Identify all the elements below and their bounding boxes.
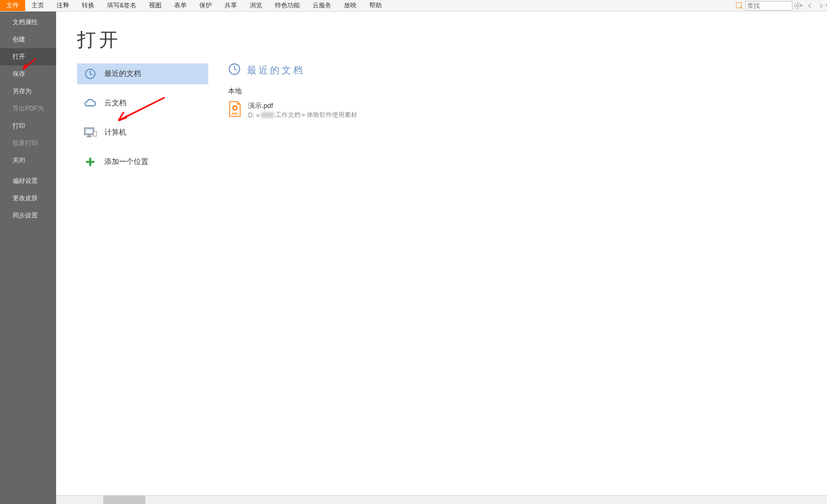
sidebar-item-save[interactable]: 保存 — [0, 65, 56, 83]
locations-column: 打开 最近的文档 云文档 — [56, 12, 208, 504]
file-sidebar: 文档属性 创建 打开 保存 另存为 导出PDF为 打印 批量打印 关闭 偏好设置… — [0, 12, 56, 504]
sidebar-item-properties[interactable]: 文档属性 — [0, 14, 56, 31]
menu-view[interactable]: 视图 — [143, 0, 168, 11]
menu-fill-sign[interactable]: 填写&签名 — [101, 0, 143, 11]
nav-forward-icon[interactable] — [817, 1, 826, 10]
sidebar-item-saveas[interactable]: 另存为 — [0, 83, 56, 100]
plus-icon — [83, 155, 97, 169]
group-label: 本地 — [228, 86, 827, 96]
horizontal-scrollbar[interactable] — [56, 495, 827, 504]
menubar: 文件 主页 注释 转换 填写&签名 视图 表单 保护 共享 浏览 特色功能 云服… — [0, 0, 827, 12]
location-recent[interactable]: 最近的文档 — [77, 63, 208, 84]
svg-rect-20 — [93, 132, 96, 136]
menu-annotate[interactable]: 注释 — [50, 0, 76, 11]
svg-rect-18 — [88, 135, 90, 136]
menu-help[interactable]: 帮助 — [363, 0, 388, 11]
sidebar-item-batchprint: 批量打印 — [0, 135, 56, 152]
location-label: 计算机 — [104, 128, 126, 137]
location-label: 最近的文档 — [104, 69, 141, 79]
menu-features[interactable]: 特色功能 — [268, 0, 306, 11]
menu-cloud[interactable]: 云服务 — [306, 0, 338, 11]
sidebar-item-open[interactable]: 打开 — [0, 48, 56, 65]
svg-line-25 — [234, 69, 237, 70]
menu-convert[interactable]: 转换 — [76, 0, 101, 11]
scrollbar-thumb[interactable] — [103, 496, 145, 504]
menu-home[interactable]: 主页 — [25, 0, 50, 11]
menu-form[interactable]: 表单 — [168, 0, 193, 11]
clock-icon — [228, 63, 241, 77]
svg-line-15 — [90, 74, 92, 75]
computer-icon — [83, 126, 97, 139]
svg-point-4 — [797, 5, 799, 7]
find-highlight-icon[interactable] — [735, 1, 744, 10]
pdf-file-icon: PDF — [228, 101, 242, 117]
nav-back-icon[interactable] — [805, 1, 814, 10]
search-input-wrapper — [745, 1, 792, 10]
location-add[interactable]: 添加一个位置 — [77, 151, 208, 172]
sidebar-item-skin[interactable]: 更改皮肤 — [0, 190, 56, 207]
svg-text:PDF: PDF — [232, 112, 238, 115]
menubar-left: 文件 主页 注释 转换 填写&签名 视图 表单 保护 共享 浏览 特色功能 云服… — [0, 0, 388, 11]
file-name: 演示.pdf — [248, 101, 357, 111]
cloud-icon — [83, 96, 97, 110]
menu-browse[interactable]: 浏览 — [243, 0, 268, 11]
sidebar-item-create[interactable]: 创建 — [0, 31, 56, 48]
sidebar-item-preferences[interactable]: 偏好设置 — [0, 172, 56, 190]
menu-file[interactable]: 文件 — [0, 0, 25, 11]
section-title: 最近的文档 — [247, 64, 305, 76]
location-computer[interactable]: 计算机 — [77, 122, 208, 143]
recent-column: 最近的文档 本地 PDF 演示.pdf D: » 工作文档 » 体验软件使用素材 — [208, 12, 827, 504]
svg-line-9 — [795, 3, 796, 4]
gear-icon[interactable]: ▾ — [793, 1, 803, 10]
svg-line-11 — [795, 7, 796, 8]
clock-icon — [83, 67, 97, 81]
sidebar-item-sync[interactable]: 同步设置 — [0, 207, 56, 224]
recent-header: 最近的文档 — [228, 63, 827, 77]
page-title: 打开 — [77, 27, 208, 53]
menubar-right: ▾ — [734, 0, 827, 11]
recent-file-row[interactable]: PDF 演示.pdf D: » 工作文档 » 体验软件使用素材 — [228, 99, 827, 122]
main-panel: 打开 最近的文档 云文档 — [56, 12, 827, 504]
location-label: 添加一个位置 — [104, 157, 148, 167]
menu-slideshow[interactable]: 放映 — [338, 0, 363, 11]
menu-share[interactable]: 共享 — [218, 0, 243, 11]
svg-rect-17 — [85, 129, 93, 134]
file-path: D: » 工作文档 » 体验软件使用素材 — [248, 111, 357, 119]
location-label: 云文档 — [104, 98, 126, 108]
location-cloud[interactable]: 云文档 — [77, 93, 208, 114]
sidebar-item-print[interactable]: 打印 — [0, 117, 56, 135]
sidebar-item-export: 导出PDF为 — [0, 100, 56, 117]
sidebar-item-close[interactable]: 关闭 — [0, 152, 56, 169]
redacted-segment — [261, 112, 274, 118]
menu-protect[interactable]: 保护 — [193, 0, 218, 11]
